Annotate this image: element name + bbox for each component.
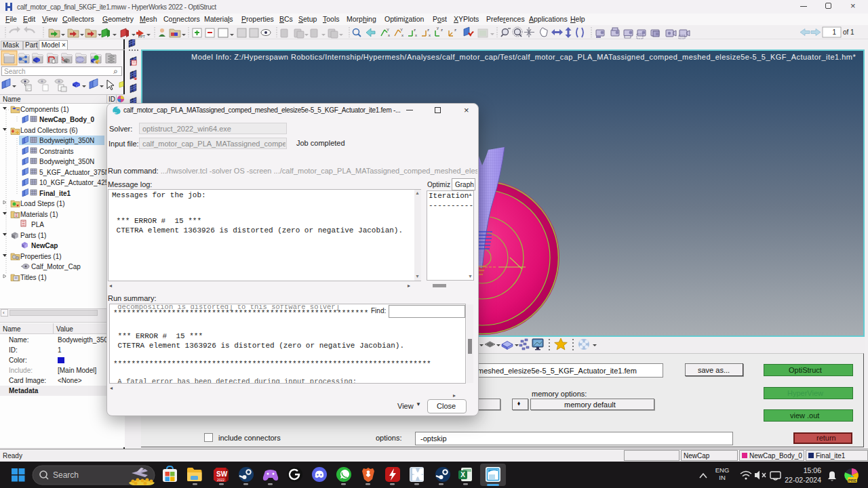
- svg-text:x: x: [415, 33, 417, 37]
- svg-text:ENG: ENG: [715, 466, 730, 474]
- svg-text:x: x: [429, 33, 431, 37]
- svg-text:z: z: [441, 28, 443, 32]
- svg-text:IN: IN: [719, 474, 726, 481]
- svg-text:PRE: PRE: [848, 479, 856, 483]
- svg-text:15:06: 15:06: [804, 466, 821, 474]
- svg-text:Search: Search: [53, 470, 79, 480]
- svg-text:PPT: PPT: [138, 35, 145, 39]
- svg-text:x: x: [401, 33, 403, 37]
- svg-text:2022: 2022: [217, 478, 224, 482]
- svg-text:x: x: [388, 33, 390, 37]
- svg-text:z: z: [454, 28, 456, 32]
- svg-text:Y: Y: [400, 28, 403, 32]
- svg-text:z: z: [414, 28, 416, 32]
- svg-text:22-02-2024: 22-02-2024: [785, 476, 821, 484]
- svg-text:z: z: [427, 28, 429, 32]
- svg-text:SW: SW: [216, 470, 228, 478]
- svg-text:X: X: [460, 471, 465, 479]
- svg-text:1: 1: [832, 28, 836, 36]
- svg-text:y: y: [437, 26, 439, 30]
- svg-text:of 1: of 1: [843, 28, 854, 36]
- svg-text:Y: Y: [387, 28, 389, 32]
